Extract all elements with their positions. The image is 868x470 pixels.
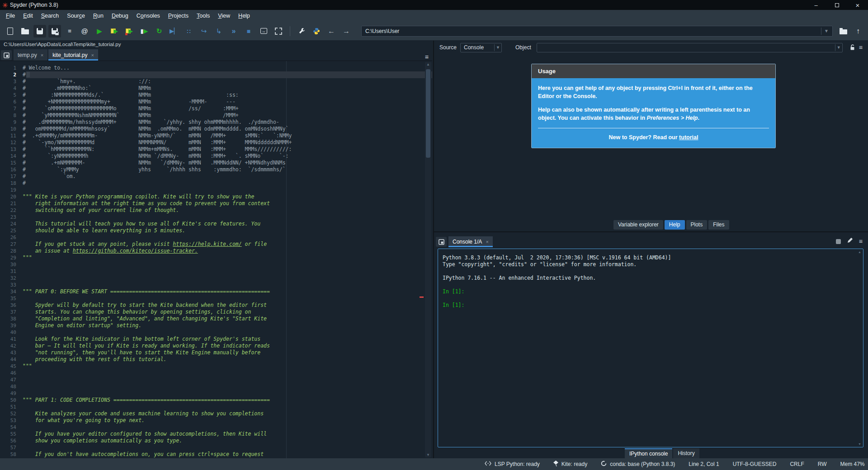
outline-explorer-icon[interactable]: ≡ bbox=[63, 25, 76, 38]
code-line: 28 an issue at https://github.com/kiteco… bbox=[0, 248, 432, 254]
usage-text: New to Spyder? Read our bbox=[609, 134, 679, 141]
menu-run[interactable]: Run bbox=[89, 11, 108, 21]
working-directory-combo[interactable]: C:\Users\User▼ bbox=[361, 26, 833, 37]
tab-files[interactable]: Files bbox=[708, 220, 729, 230]
browse-working-directory-icon[interactable] bbox=[837, 25, 849, 38]
menu-file[interactable]: File bbox=[2, 11, 19, 21]
object-input[interactable]: ▼ bbox=[537, 43, 843, 52]
menu-edit[interactable]: Edit bbox=[19, 11, 37, 21]
menu-debug[interactable]: Debug bbox=[108, 11, 132, 21]
editor-scrollbar[interactable]: ▲ ▼ bbox=[425, 62, 431, 457]
run-cell-icon[interactable]: ▶ bbox=[108, 25, 121, 38]
menu-projects[interactable]: Projects bbox=[164, 11, 193, 21]
code-text: show you completions automatically as yo… bbox=[23, 437, 182, 444]
code-line: 58 If you don't have autocompletions on,… bbox=[0, 451, 432, 458]
code-link[interactable]: https://github.com/kiteco/issue-tracker. bbox=[73, 248, 198, 254]
line-number: 49 bbox=[0, 390, 23, 397]
save-icon[interactable] bbox=[33, 25, 46, 38]
line-number: 40 bbox=[0, 329, 23, 336]
menu-help[interactable]: Help bbox=[234, 11, 254, 21]
clear-console-icon[interactable] bbox=[847, 237, 853, 245]
code-line: 48 bbox=[0, 383, 432, 390]
run-file-icon[interactable]: ▶ bbox=[93, 25, 106, 38]
editor-tab-temp-py[interactable]: temp.py× bbox=[14, 49, 47, 61]
menu-search[interactable]: Search bbox=[37, 11, 63, 21]
menu-view[interactable]: View bbox=[214, 11, 234, 21]
close-button[interactable]: × bbox=[847, 0, 868, 10]
forward-icon[interactable]: → bbox=[340, 25, 353, 38]
scroll-down-icon[interactable]: ▼ bbox=[425, 453, 431, 457]
close-icon[interactable]: × bbox=[41, 52, 43, 58]
editor-tab-kite_tutorial-py[interactable]: kite_tutorial.py× bbox=[48, 49, 98, 61]
minimize-button[interactable]: – bbox=[806, 0, 826, 10]
rerun-cell-icon[interactable]: ↻ bbox=[153, 25, 165, 38]
scroll-down-icon[interactable]: ▼ bbox=[857, 442, 862, 446]
tutorial-link[interactable]: tutorial bbox=[679, 134, 698, 141]
line-number: 22 bbox=[0, 207, 23, 214]
code-line: 45""" bbox=[0, 363, 432, 370]
run-selection-icon[interactable]: ▮▶ bbox=[138, 25, 151, 38]
fullscreen-icon[interactable] bbox=[272, 25, 285, 38]
debug-cell-icon[interactable]: :: bbox=[183, 25, 195, 38]
source-combo[interactable]: Console ▼ bbox=[460, 43, 502, 52]
preferences-icon[interactable] bbox=[295, 25, 308, 38]
console-tab[interactable]: Console 1/A × bbox=[448, 236, 493, 247]
chevron-down-icon[interactable]: ▼ bbox=[821, 28, 829, 35]
tab-plots[interactable]: Plots bbox=[686, 220, 708, 230]
save-all-icon[interactable] bbox=[48, 25, 61, 38]
console-scrollbar[interactable]: ▲ ▼ bbox=[857, 250, 862, 446]
interrupt-kernel-icon[interactable] bbox=[836, 239, 841, 244]
find-symbols-icon[interactable]: @ bbox=[78, 25, 91, 38]
code-link[interactable]: https://help.kite.com/ bbox=[173, 241, 241, 247]
code-line: 25 should be able to learn everything in… bbox=[0, 227, 432, 234]
line-number: 47 bbox=[0, 376, 23, 383]
continue-execution-icon[interactable]: » bbox=[227, 25, 240, 38]
tab-ipython-console[interactable]: IPython console bbox=[625, 448, 672, 458]
maximize-button[interactable] bbox=[826, 0, 847, 10]
status-lsp-python-ready: LSP Python: ready bbox=[485, 461, 540, 467]
parent-directory-icon[interactable]: ↑ bbox=[852, 25, 864, 38]
browse-tabs-icon[interactable] bbox=[1, 50, 12, 60]
line-number: 41 bbox=[0, 336, 23, 343]
lock-icon[interactable] bbox=[850, 44, 855, 51]
scroll-up-icon[interactable]: ▲ bbox=[425, 62, 431, 66]
scroll-up-icon[interactable]: ▲ bbox=[857, 250, 862, 254]
menu-consoles[interactable]: Consoles bbox=[132, 11, 164, 21]
open-file-icon[interactable] bbox=[19, 25, 31, 38]
close-icon[interactable]: × bbox=[91, 52, 94, 58]
help-options-icon[interactable]: ≡ bbox=[859, 44, 863, 51]
editor-options-icon[interactable]: ≡ bbox=[425, 53, 429, 61]
menu-tools[interactable]: Tools bbox=[193, 11, 214, 21]
step-into-icon[interactable]: ↳ bbox=[212, 25, 225, 38]
code-text: # `:yMMMy yhhs `/hhhh shhs :ymmmdho: `/s… bbox=[23, 166, 286, 173]
run-cell-advance-icon[interactable]: ▶ bbox=[123, 25, 136, 38]
statusbar: LSP Python: readyKite: readyconda: base … bbox=[0, 458, 868, 470]
tab-help[interactable]: Help bbox=[665, 220, 685, 230]
code-text: for what you're going to type next. bbox=[23, 417, 145, 423]
tab-variable-explorer[interactable]: Variable explorer bbox=[613, 220, 663, 230]
console-output-line: IPython 7.16.1 -- An enhanced Interactiv… bbox=[443, 275, 859, 282]
code-editor[interactable]: ▲ ▼ 1# Welcome to...2#3# `hmy+. ://:4# .… bbox=[0, 61, 432, 458]
line-number: 33 bbox=[0, 282, 23, 288]
line-number: 36 bbox=[0, 302, 23, 309]
new-file-icon[interactable] bbox=[4, 25, 16, 38]
tab-history[interactable]: History bbox=[673, 448, 699, 458]
code-line: 43 "not running", then you'll have to st… bbox=[0, 349, 432, 356]
source-label: Source bbox=[439, 44, 457, 51]
menu-source[interactable]: Source bbox=[63, 11, 89, 21]
line-number: 31 bbox=[0, 268, 23, 275]
back-icon[interactable]: ← bbox=[325, 25, 338, 38]
python-env-icon[interactable] bbox=[310, 25, 323, 38]
scrollbar-thumb[interactable] bbox=[426, 69, 430, 158]
close-icon[interactable]: × bbox=[486, 239, 488, 244]
console-options-icon[interactable]: ≡ bbox=[859, 238, 863, 245]
line-number: 7 bbox=[0, 105, 23, 112]
stop-debug-icon[interactable]: ■ bbox=[242, 25, 255, 38]
ipython-console[interactable]: ▲ ▼ Python 3.8.3 (default, Jul 2 2020, 1… bbox=[438, 249, 863, 447]
step-over-icon[interactable]: ↪ bbox=[198, 25, 210, 38]
browse-tabs-icon[interactable] bbox=[436, 237, 447, 247]
maximize-pane-icon[interactable]: → bbox=[257, 25, 270, 38]
usage-text: Ctrl+I bbox=[668, 85, 683, 91]
debug-file-icon[interactable]: ▶▏ bbox=[168, 25, 180, 38]
status-crlf: CRLF bbox=[790, 461, 804, 467]
